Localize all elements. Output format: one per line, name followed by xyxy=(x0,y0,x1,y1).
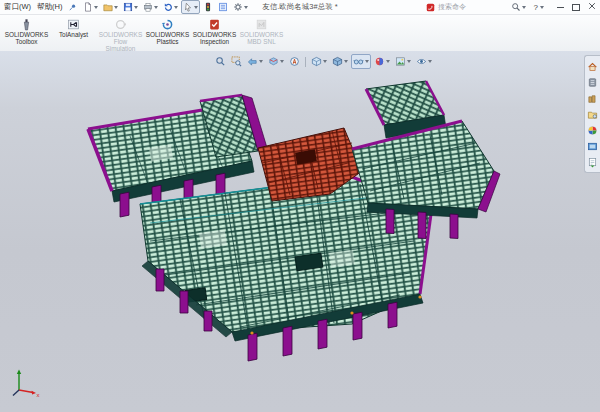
dropdown-caret[interactable] xyxy=(280,60,284,63)
graphics-viewport[interactable]: x xyxy=(0,51,600,412)
window-title: 友信.欧尚名城3#总装 * xyxy=(262,2,337,12)
dropdown-caret[interactable] xyxy=(194,6,198,9)
addin-solidworks-flow-simulation[interactable]: SOLIDWORKSFlowSimulation xyxy=(97,17,144,52)
search-placeholder: 搜索命令 xyxy=(438,2,466,12)
magnifier-icon xyxy=(511,2,521,12)
minimize-button[interactable] xyxy=(557,7,564,8)
zoom-fit-icon xyxy=(215,56,226,67)
flow-simulation-icon xyxy=(114,18,127,31)
close-icon xyxy=(588,2,596,10)
file-properties-button[interactable] xyxy=(216,0,230,14)
help-button[interactable]: ? xyxy=(534,1,544,13)
file-explorer-tab[interactable] xyxy=(587,108,599,120)
save-button[interactable] xyxy=(121,0,140,14)
appearances-icon xyxy=(587,141,598,152)
close-button[interactable] xyxy=(588,2,596,12)
dropdown-caret[interactable] xyxy=(428,60,432,63)
dropdown-caret[interactable] xyxy=(244,6,248,9)
search-dropdown-button[interactable] xyxy=(511,1,526,13)
formwork-assembly-model[interactable] xyxy=(0,51,600,412)
view-palette-icon xyxy=(587,125,598,136)
quick-access-toolbar xyxy=(81,0,250,14)
addin-label: SOLIDWORKSToolbox xyxy=(5,32,48,46)
hide-show-items-button[interactable] xyxy=(351,54,371,69)
toolbox-icon xyxy=(20,18,33,31)
addin-solidworks-mbd-snl[interactable]: SOLIDWORKSMBD SNL xyxy=(238,17,285,46)
task-pane-tabs xyxy=(584,55,600,173)
dropdown-caret[interactable] xyxy=(323,60,327,63)
pin-menu-button[interactable] xyxy=(68,3,77,12)
addin-solidworks-plastics[interactable]: SOLIDWORKSPlastics xyxy=(144,17,191,46)
addin-solidworks-inspection[interactable]: SOLIDWORKSInspection xyxy=(191,17,238,46)
undo-button[interactable] xyxy=(161,0,180,14)
view-settings-icon xyxy=(416,56,427,67)
addin-label: SOLIDWORKSFlowSimulation xyxy=(99,32,142,52)
hide-show-icon xyxy=(353,56,364,67)
mbd-snl-icon xyxy=(255,18,268,31)
new-document-icon xyxy=(83,2,93,12)
appearances-scenes-tab[interactable] xyxy=(587,140,599,152)
print-button[interactable] xyxy=(141,0,160,14)
window-controls xyxy=(557,0,596,14)
menu-bar: 窗口(W)帮助(H) xyxy=(1,0,66,14)
custom-properties-tab[interactable] xyxy=(587,156,599,168)
addin-tolanalyst[interactable]: TolAnalyst xyxy=(50,17,97,39)
dropdown-caret[interactable] xyxy=(94,6,98,9)
view-orientation-button[interactable] xyxy=(309,54,329,69)
menu-item-h[interactable]: 帮助(H) xyxy=(34,0,65,14)
dropdown-caret[interactable] xyxy=(174,6,178,9)
open-button[interactable] xyxy=(101,0,120,14)
annotation-views-icon xyxy=(289,56,300,67)
z-axis xyxy=(13,390,19,396)
edit-appearance-button[interactable] xyxy=(372,54,392,69)
restore-button[interactable] xyxy=(572,4,580,11)
dropdown-caret[interactable] xyxy=(365,60,369,63)
help-label: ? xyxy=(534,3,538,12)
home-tab[interactable] xyxy=(587,60,599,72)
orientation-triad: x xyxy=(10,366,44,400)
file-properties-icon xyxy=(218,2,228,12)
addin-label: SOLIDWORKSPlastics xyxy=(146,32,189,46)
design-library-tab[interactable] xyxy=(587,92,599,104)
custom-properties-icon xyxy=(587,157,598,168)
view-palette-tab[interactable] xyxy=(587,124,599,136)
section-view-button[interactable] xyxy=(266,54,286,69)
addin-label: SOLIDWORKSMBD SNL xyxy=(240,32,283,46)
rebuild-traffic-light-icon xyxy=(203,2,213,12)
inspection-icon xyxy=(208,18,221,31)
rebuild-button[interactable] xyxy=(201,0,215,14)
zoom-to-area-button[interactable] xyxy=(229,54,244,69)
title-bar: 窗口(W)帮助(H) 友信.欧尚名城3#总装 * 搜索命令 ? xyxy=(0,0,600,15)
new-button[interactable] xyxy=(81,0,100,14)
zoom-to-fit-button[interactable] xyxy=(213,54,228,69)
minimize-icon xyxy=(557,7,564,8)
file-explorer-icon xyxy=(587,109,598,120)
menu-item-w[interactable]: 窗口(W) xyxy=(1,0,34,14)
section-view-icon xyxy=(268,56,279,67)
addin-label: TolAnalyst xyxy=(59,32,88,39)
select-button[interactable] xyxy=(181,0,200,14)
previous-view-icon xyxy=(247,56,258,67)
previous-view-button[interactable] xyxy=(245,54,265,69)
apply-scene-icon xyxy=(395,56,406,67)
view-orientation-icon xyxy=(311,56,322,67)
dropdown-caret[interactable] xyxy=(407,60,411,63)
display-style-button[interactable] xyxy=(330,54,350,69)
dynamic-annotation-views-button[interactable] xyxy=(287,54,302,69)
dropdown-caret[interactable] xyxy=(386,60,390,63)
view-settings-button[interactable] xyxy=(414,54,434,69)
dropdown-caret[interactable] xyxy=(134,6,138,9)
apply-scene-button[interactable] xyxy=(393,54,413,69)
addin-solidworks-toolbox[interactable]: SOLIDWORKSToolbox xyxy=(3,17,50,46)
command-search-box[interactable]: 搜索命令 xyxy=(426,1,504,13)
addin-label: SOLIDWORKSInspection xyxy=(193,32,236,46)
dropdown-caret[interactable] xyxy=(154,6,158,9)
dropdown-caret[interactable] xyxy=(114,6,118,9)
solidworks-resources-tab[interactable] xyxy=(587,76,599,88)
options-button[interactable] xyxy=(231,0,250,14)
pin-icon xyxy=(68,3,77,12)
dropdown-caret[interactable] xyxy=(259,60,263,63)
solidworks-logo-icon xyxy=(426,3,435,12)
plastics-icon xyxy=(161,18,174,31)
dropdown-caret[interactable] xyxy=(344,60,348,63)
